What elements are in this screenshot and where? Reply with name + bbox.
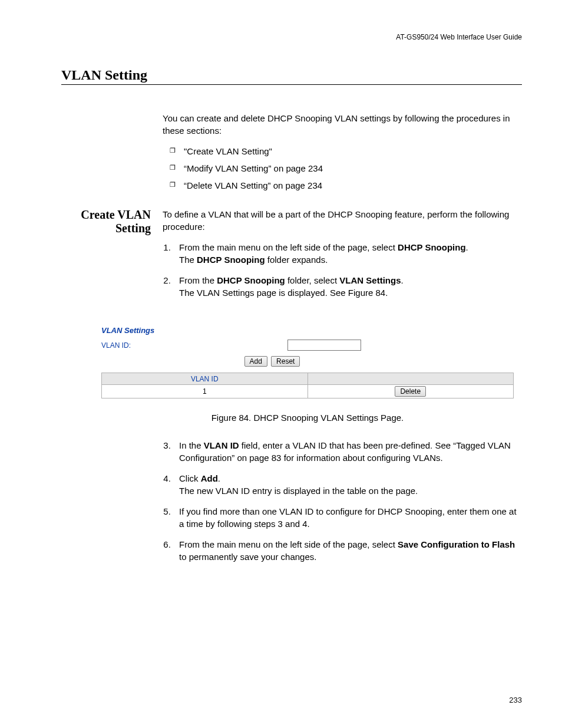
bold: DHCP Snooping bbox=[217, 275, 285, 285]
intro-list: "Create VLAN Setting" “Modify VLAN Setti… bbox=[163, 145, 522, 192]
step-3: In the VLAN ID field, enter a VLAN ID th… bbox=[173, 439, 522, 464]
form-row: VLAN ID: bbox=[101, 338, 514, 354]
intro-text: You can create and delete DHCP Snooping … bbox=[163, 113, 510, 136]
text: The VLAN Settings page is displayed. See… bbox=[179, 288, 388, 298]
side-heading-create: Create VLAN Setting bbox=[40, 208, 163, 235]
text: The bbox=[179, 255, 197, 265]
bold: DHCP Snooping bbox=[197, 255, 265, 265]
step-1: From the main menu on the left side of t… bbox=[173, 241, 522, 266]
page-number: 233 bbox=[509, 696, 522, 704]
intro-list-item: “Delete VLAN Setting” on page 234 bbox=[170, 179, 522, 192]
figure-84: VLAN Settings VLAN ID: Add Reset VLAN ID… bbox=[101, 324, 514, 423]
cell-action: Delete bbox=[308, 385, 514, 398]
text: folder, select bbox=[285, 275, 340, 285]
intro-block: You can create and delete DHCP Snooping … bbox=[163, 112, 522, 196]
reset-button[interactable]: Reset bbox=[271, 356, 300, 367]
text: . bbox=[218, 473, 220, 483]
text: In the bbox=[179, 440, 204, 450]
text: From the main menu on the left side of t… bbox=[179, 539, 398, 549]
delete-button[interactable]: Delete bbox=[395, 386, 426, 397]
add-button[interactable]: Add bbox=[244, 356, 267, 367]
bold: VLAN ID bbox=[204, 440, 239, 450]
table-row: 1 Delete bbox=[102, 385, 514, 398]
table-header-row: VLAN ID bbox=[102, 373, 514, 385]
bold: Add bbox=[201, 473, 218, 483]
text: The new VLAN ID entry is displayed in th… bbox=[179, 486, 418, 496]
panel-title: VLAN Settings bbox=[101, 324, 514, 338]
text: to permanently save your changes. bbox=[179, 552, 316, 562]
text: From the main menu on the left side of t… bbox=[179, 242, 398, 252]
step-4: Click Add. The new VLAN ID entry is disp… bbox=[173, 472, 522, 497]
create-body: To define a VLAN that will be a part of … bbox=[163, 208, 522, 307]
bold: VLAN Settings bbox=[339, 275, 401, 285]
th-action bbox=[308, 373, 514, 385]
bold: Save Configuration to Flash bbox=[398, 539, 515, 549]
doc-header: AT-GS950/24 Web Interface User Guide bbox=[40, 33, 522, 41]
text: folder expands. bbox=[265, 255, 328, 265]
page-title: VLAN Setting bbox=[61, 67, 522, 85]
create-lead: To define a VLAN that will be a part of … bbox=[163, 209, 509, 232]
intro-list-item: "Create VLAN Setting" bbox=[170, 145, 522, 157]
text: . bbox=[466, 242, 468, 252]
vlan-id-label: VLAN ID: bbox=[101, 341, 287, 350]
text: From the bbox=[179, 275, 217, 285]
step-5: If you find more than one VLAN ID to con… bbox=[173, 505, 522, 530]
vlan-id-input[interactable] bbox=[287, 340, 361, 351]
intro-list-item: “Modify VLAN Setting” on page 234 bbox=[170, 162, 522, 174]
steps-list-1: From the main menu on the left side of t… bbox=[163, 241, 522, 299]
vlan-table: VLAN ID 1 Delete bbox=[101, 373, 514, 398]
cell-vlan-id: 1 bbox=[102, 385, 308, 398]
step-2: From the DHCP Snooping folder, select VL… bbox=[173, 274, 522, 299]
text: . bbox=[401, 275, 403, 285]
steps-list-2: In the VLAN ID field, enter a VLAN ID th… bbox=[163, 439, 522, 563]
bold: DHCP Snooping bbox=[398, 242, 466, 252]
text: Click bbox=[179, 473, 201, 483]
button-row: Add Reset bbox=[31, 355, 514, 367]
th-vlan-id: VLAN ID bbox=[102, 373, 308, 385]
figure-caption: Figure 84. DHCP Snooping VLAN Settings P… bbox=[101, 413, 514, 423]
step-6: From the main menu on the left side of t… bbox=[173, 538, 522, 563]
steps-continued: In the VLAN ID field, enter a VLAN ID th… bbox=[163, 431, 522, 571]
